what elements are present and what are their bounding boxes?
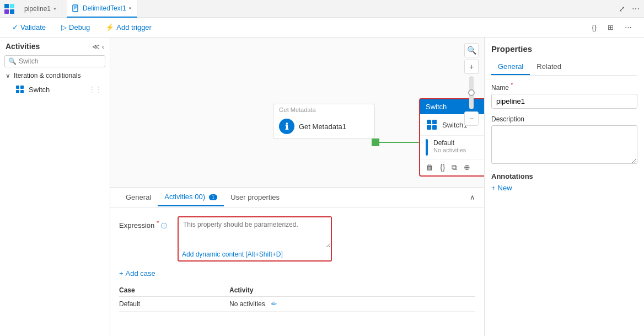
switch-header-title: Switch: [426, 103, 447, 111]
switch-trash-icon[interactable]: 🗑: [426, 163, 433, 172]
zoom-out-button[interactable]: −: [464, 111, 479, 126]
switch-actions: 🗑 {} ⧉ ⊕: [420, 159, 484, 175]
svg-rect-11: [20, 90, 24, 93]
zoom-track: [469, 76, 474, 109]
get-metadata-name: Get Metadata1: [299, 122, 346, 131]
plus-annotation-icon: +: [491, 184, 496, 192]
collapse-icon[interactable]: ≪: [92, 42, 100, 51]
get-metadata-icon: ℹ: [279, 119, 294, 134]
grid-icon-button[interactable]: ⊞: [604, 21, 617, 34]
table-header: Case Activity: [119, 284, 475, 297]
add-trigger-button[interactable]: ⚡ Add trigger: [102, 21, 155, 34]
right-tab-related[interactable]: Related: [530, 59, 568, 75]
switch-default-left: Default No activities: [426, 139, 466, 156]
expression-required: *: [157, 220, 159, 226]
get-metadata-block[interactable]: Get Metadata ℹ Get Metadata1: [273, 104, 375, 139]
annotations-title: Annotations: [491, 172, 637, 180]
zoom-thumb[interactable]: [468, 89, 475, 96]
switch-code-icon[interactable]: {}: [440, 163, 445, 172]
col-activity-header: Activity: [229, 286, 475, 294]
expression-label: Expression * ⓘ: [119, 216, 169, 230]
search-canvas-button[interactable]: 🔍: [464, 43, 479, 57]
name-label: Name *: [491, 82, 637, 92]
default-edit-icon[interactable]: ✏: [271, 300, 277, 308]
switch-default-bar: [426, 139, 428, 156]
expression-info-icon[interactable]: ⓘ: [161, 222, 167, 229]
switch-add-icon[interactable]: ⊕: [464, 163, 470, 172]
tab-file[interactable]: DelimitedText1 ●: [67, 0, 138, 18]
description-field: Description: [491, 115, 637, 166]
svg-rect-15: [432, 125, 437, 130]
tab-pipeline[interactable]: pipeline1 ●: [19, 0, 62, 18]
code-icon-button[interactable]: {}: [588, 21, 600, 34]
zoom-in-button[interactable]: +: [464, 60, 479, 74]
switch-activity-icon-inner: [426, 119, 438, 131]
tab-activities-close-paren: ): [203, 193, 205, 201]
get-metadata-body: ℹ Get Metadata1: [273, 114, 374, 138]
check-icon: ✓: [12, 23, 18, 31]
svg-rect-9: [20, 86, 24, 89]
search-icon: 🔍: [8, 57, 17, 65]
svg-rect-1: [10, 4, 14, 8]
description-label: Description: [491, 115, 637, 123]
svg-rect-14: [427, 125, 431, 130]
switch-default-sub: No activities: [433, 147, 466, 153]
tab-pipeline-dot: ●: [53, 6, 56, 11]
bottom-panel: General Activities 00) 1 User properties…: [110, 187, 484, 336]
default-case-cell: Default: [119, 300, 229, 308]
left-panel-header: Activities ≪ ‹: [0, 38, 110, 53]
play-icon: ▷: [61, 23, 67, 31]
get-metadata-header: Get Metadata: [273, 104, 374, 114]
svg-rect-10: [16, 90, 19, 93]
right-tab-related-label: Related: [536, 62, 561, 71]
switch-default-row: Default No activities ✏: [420, 136, 484, 159]
tab-activities-bottom-label: Activities: [164, 193, 192, 201]
activity-item-switch[interactable]: Switch ⋮⋮: [2, 82, 108, 97]
category-label: Iteration & conditionals: [14, 72, 80, 79]
svg-rect-13: [432, 120, 437, 124]
more-toolbar-icon[interactable]: ⋯: [621, 21, 635, 34]
expand-icon-left[interactable]: ‹: [102, 42, 104, 51]
bottom-panel-collapse[interactable]: ∧: [470, 193, 475, 201]
canvas[interactable]: Get Metadata ℹ Get Metadata1 ○ Switch: [110, 38, 484, 187]
right-tabs: General Related: [491, 59, 637, 76]
validate-button[interactable]: ✓ Validate: [9, 21, 49, 34]
description-textarea[interactable]: [491, 125, 637, 164]
connector-left-dot: [372, 138, 379, 146]
tab-general-bottom[interactable]: General: [119, 189, 158, 206]
properties-title: Properties: [491, 44, 637, 54]
bottom-tabs: General Activities 00) 1 User properties…: [110, 188, 484, 207]
switch-name-label: Switch1: [442, 121, 468, 129]
code-icon: {}: [592, 23, 597, 31]
expand-icon[interactable]: ⤢: [619, 4, 625, 13]
top-bar: pipeline1 ● DelimitedText1 ● ⤢ ⋯: [0, 0, 644, 18]
expression-textarea[interactable]: [179, 217, 331, 248]
add-case-button[interactable]: + Add case: [119, 268, 475, 279]
default-activity-value: No activities: [229, 300, 265, 308]
expression-row: Expression * ⓘ Add dynamic content [Alt+…: [119, 216, 475, 262]
category-iteration[interactable]: ∨ Iteration & conditionals: [0, 70, 110, 82]
grid-icon: ⊞: [608, 23, 614, 31]
toolbar: ✓ Validate ▷ Debug ⚡ Add trigger {} ⊞ ⋯: [0, 18, 644, 38]
svg-rect-4: [73, 5, 78, 12]
tab-file-label: DelimitedText1: [83, 4, 126, 12]
add-new-label: New: [498, 184, 512, 192]
tab-user-props[interactable]: User properties: [224, 189, 286, 206]
add-annotation-button[interactable]: + New: [491, 184, 637, 192]
activity-name-label: Switch: [29, 86, 50, 94]
svg-rect-3: [10, 9, 14, 14]
default-activity-cell: No activities ✏: [229, 300, 475, 308]
tab-user-props-label: User properties: [230, 193, 280, 201]
tab-activities-bottom[interactable]: Activities 00) 1: [158, 188, 224, 206]
add-dynamic-content[interactable]: Add dynamic content [Alt+Shift+D]: [179, 249, 331, 260]
bottom-content: Expression * ⓘ Add dynamic content [Alt+…: [110, 207, 484, 336]
debug-button[interactable]: ▷ Debug: [58, 21, 93, 34]
search-input[interactable]: [19, 57, 101, 65]
file-icon: [72, 4, 80, 12]
right-tab-general[interactable]: General: [491, 59, 530, 75]
name-input[interactable]: [491, 94, 637, 109]
table-row-default: Default No activities ✏: [119, 297, 475, 312]
switch-copy-icon[interactable]: ⧉: [452, 163, 457, 172]
search-box: 🔍: [4, 55, 105, 67]
more-options-icon[interactable]: ⋯: [632, 4, 640, 13]
